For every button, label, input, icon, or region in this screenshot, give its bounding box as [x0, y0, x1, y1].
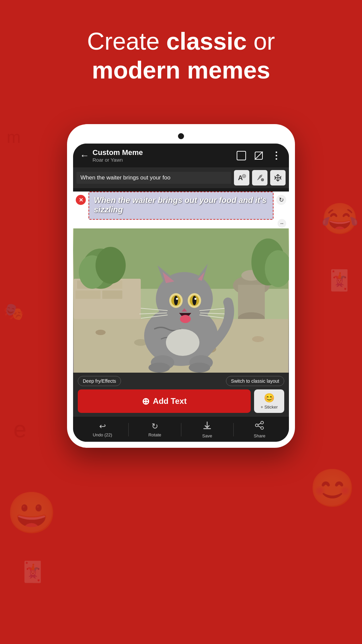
svg-line-60	[258, 423, 261, 425]
share-label: Share	[254, 433, 265, 438]
meme-overlay-text: When the waiter brings out your food and…	[88, 192, 274, 220]
text-input-bar: A	[73, 167, 289, 188]
nav-save[interactable]: Save	[181, 421, 233, 438]
meme-text-input[interactable]	[76, 172, 231, 184]
back-button[interactable]: ←	[80, 150, 89, 161]
svg-point-58	[255, 424, 258, 427]
cat-image	[73, 228, 289, 373]
toolbar-title-area: Custom Meme Roar or Yawn	[93, 148, 232, 163]
svg-point-53	[96, 247, 126, 284]
svg-point-36	[176, 298, 178, 300]
add-text-label: Add Text	[153, 396, 187, 406]
action-buttons-row: Deep fry/Effects Switch to classic layou…	[78, 376, 284, 386]
paint-bucket-button[interactable]	[252, 170, 267, 185]
phone-body: ← Custom Meme Roar or Yawn ⋮	[67, 124, 295, 448]
nav-rotate[interactable]: ↻ Rotate	[129, 422, 181, 437]
sticker-button[interactable]: 😊 + Sticker	[254, 389, 284, 413]
svg-point-19	[96, 330, 106, 335]
svg-point-22	[252, 336, 264, 342]
crop-icon[interactable]	[253, 150, 265, 162]
bottom-actions: Deep fry/Effects Switch to classic layou…	[73, 373, 289, 416]
bottom-nav: ↩ Undo (22) ↻ Rotate Save	[73, 416, 289, 442]
sticker-label: + Sticker	[261, 405, 278, 410]
deep-fry-button[interactable]: Deep fry/Effects	[78, 376, 121, 386]
share-icon	[255, 421, 264, 432]
text-close-button[interactable]: ✕	[76, 195, 86, 205]
svg-point-39	[180, 315, 191, 323]
svg-point-50	[166, 329, 199, 356]
svg-point-37	[194, 298, 196, 300]
main-action-row: ⊕ Add Text 😊 + Sticker	[78, 389, 284, 413]
add-text-icon: ⊕	[142, 396, 149, 407]
svg-rect-13	[102, 290, 122, 299]
text-style-button[interactable]: A	[234, 170, 249, 185]
app-screen: ← Custom Meme Roar or Yawn ⋮	[73, 144, 289, 442]
switch-layout-button[interactable]: Switch to classic layout	[226, 376, 284, 386]
header-line1-classic: classic	[166, 28, 247, 55]
rotate-icon: ↻	[152, 422, 158, 431]
add-text-button[interactable]: ⊕ Add Text	[78, 389, 251, 413]
app-toolbar: ← Custom Meme Roar or Yawn ⋮	[73, 144, 289, 167]
nav-undo[interactable]: ↩ Undo (22)	[76, 422, 128, 437]
cat-illustration	[73, 228, 289, 373]
phone-mockup: ← Custom Meme Roar or Yawn ⋮	[67, 124, 295, 448]
svg-point-57	[261, 421, 263, 424]
phone-top	[73, 130, 289, 142]
svg-point-34	[174, 296, 178, 305]
svg-point-6	[261, 178, 264, 181]
nav-share[interactable]: Share	[234, 421, 286, 438]
svg-point-35	[192, 296, 196, 305]
undo-icon: ↩	[99, 422, 106, 431]
svg-point-49	[189, 363, 210, 373]
toolbar-icons: ⋮	[235, 150, 282, 162]
svg-rect-12	[75, 290, 101, 299]
camera-dot	[178, 133, 184, 139]
text-resize-button[interactable]: ↔	[278, 219, 286, 228]
svg-line-61	[258, 426, 261, 427]
text-rotate-button[interactable]: ↻	[276, 195, 286, 205]
header-line1-create: Create	[87, 28, 166, 55]
meme-canvas-area: ✕ ↻ When the waiter brings out your food…	[73, 192, 289, 373]
header-line2: modern memes	[92, 57, 270, 84]
square-frame-icon	[237, 151, 246, 160]
header-text: Create classic or modern memes	[0, 27, 362, 85]
move-button[interactable]	[270, 170, 286, 185]
save-label: Save	[202, 433, 212, 438]
svg-point-48	[148, 363, 170, 373]
undo-label: Undo (22)	[93, 432, 112, 437]
save-icon	[202, 421, 212, 432]
toolbar-subtitle: Roar or Yawn	[93, 157, 232, 163]
toolbar-title: Custom Meme	[93, 148, 232, 157]
more-options-icon[interactable]: ⋮	[270, 150, 282, 162]
rotate-label: Rotate	[148, 432, 161, 437]
svg-text:A: A	[238, 174, 243, 181]
sticker-icon: 😊	[264, 393, 275, 403]
header-line1-or: or	[247, 28, 275, 55]
svg-point-59	[261, 427, 263, 429]
svg-line-1	[255, 152, 263, 160]
square-icon[interactable]	[235, 150, 247, 162]
